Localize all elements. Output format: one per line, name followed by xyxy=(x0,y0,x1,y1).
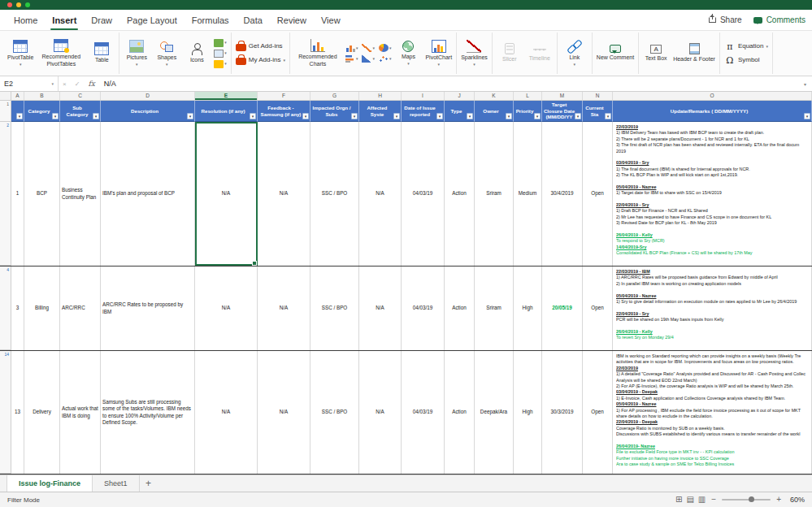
column-letter-G[interactable]: G xyxy=(310,92,359,100)
normal-view-icon[interactable]: ⊞ xyxy=(675,496,682,504)
screenshot-button[interactable]: ▾ xyxy=(214,50,227,58)
column-letter-F[interactable]: F xyxy=(258,92,310,100)
models-button[interactable]: ▾ xyxy=(214,60,227,68)
row-number[interactable]: 4 xyxy=(0,266,11,350)
new-comment-button[interactable]: New Comment xyxy=(597,45,634,61)
cell-affected[interactable]: N/A xyxy=(359,122,402,266)
cell-status[interactable]: Open xyxy=(583,266,613,350)
pictures-button[interactable]: Pictures▾ xyxy=(124,40,150,67)
column-letter-H[interactable]: H xyxy=(359,92,402,100)
cell-priority[interactable]: High xyxy=(514,351,542,474)
cell-category[interactable]: Billing xyxy=(24,266,60,350)
filter-icon[interactable]: ▾ xyxy=(393,113,400,119)
filter-icon[interactable]: ▾ xyxy=(250,113,256,119)
cell-feedback[interactable]: N/A xyxy=(258,266,310,350)
link-button[interactable]: Link▾ xyxy=(562,40,588,67)
tab-formulas[interactable]: Formulas xyxy=(185,10,237,30)
cell-target_date[interactable]: 30/3/2019 xyxy=(542,351,583,474)
cell-feedback[interactable]: N/A xyxy=(258,351,310,474)
cell-remarks[interactable]: 22/03/20191) IBM Delivery Team has liase… xyxy=(613,122,812,266)
column-letter-L[interactable]: L xyxy=(514,92,542,100)
zoom-slider[interactable] xyxy=(722,499,771,500)
column-letter-O[interactable]: O xyxy=(613,92,812,100)
page-layout-view-icon[interactable]: ▤ xyxy=(686,496,693,504)
cell-status[interactable]: Open xyxy=(583,351,613,474)
recommended-pivottables-button[interactable]: Recommended PivotTables xyxy=(37,39,85,67)
cell-priority[interactable]: Medium xyxy=(514,122,542,266)
filter-icon[interactable]: ▾ xyxy=(16,113,23,119)
cell-resolution[interactable]: N/A xyxy=(195,122,258,266)
zoom-out-button[interactable]: − xyxy=(711,496,716,504)
cell-date_reported[interactable]: 04/03/19 xyxy=(402,351,445,474)
shapes-button[interactable]: Shapes▾ xyxy=(154,40,180,67)
column-letter-N[interactable]: N xyxy=(583,92,613,100)
column-chart-button[interactable]: ▾ xyxy=(345,44,358,52)
column-letter-I[interactable]: I xyxy=(402,92,445,100)
tab-draw[interactable]: Draw xyxy=(84,10,119,30)
bar-chart-button[interactable]: ▾ xyxy=(345,54,358,63)
text-box-button[interactable]: AText Box xyxy=(643,45,669,62)
column-letter-K[interactable]: K xyxy=(475,92,514,100)
cell-sub_category[interactable]: Business Continuity Plan xyxy=(60,122,101,266)
my-add-ins-button[interactable]: My Add-ins▾ xyxy=(236,55,285,65)
cell-type[interactable]: Action xyxy=(445,266,475,350)
column-letter-D[interactable]: D xyxy=(101,92,195,100)
sparklines-button[interactable]: Sparklines▾ xyxy=(461,40,488,67)
cell-remarks[interactable]: IBM is working on Standard reporting whi… xyxy=(613,351,812,474)
cell-owner[interactable]: Sriram xyxy=(475,122,514,266)
row-number[interactable]: 14 xyxy=(0,351,11,474)
sheet-tab-issue-log-finance[interactable]: Issue log-Finance xyxy=(7,475,93,492)
filter-icon[interactable]: ▾ xyxy=(351,113,358,119)
pivotchart-button[interactable]: PivotChart▾ xyxy=(425,40,452,67)
tab-view[interactable]: View xyxy=(314,10,348,30)
name-box[interactable]: E2 ▾ xyxy=(0,76,59,91)
smartart-button[interactable]: ▾ xyxy=(214,39,227,47)
filter-icon[interactable]: ▾ xyxy=(302,113,309,119)
cell-affected[interactable]: N/A xyxy=(359,266,402,350)
row-number-header[interactable]: 1 xyxy=(0,101,11,122)
zoom-window-button[interactable] xyxy=(25,2,30,7)
comments-button[interactable]: Comments xyxy=(753,15,805,24)
zoom-in-button[interactable]: + xyxy=(776,496,781,504)
cell-feedback[interactable]: N/A xyxy=(258,122,310,266)
cell-type[interactable]: Action xyxy=(445,122,475,266)
filter-icon[interactable]: ▾ xyxy=(605,113,611,119)
formula-input[interactable]: N/A xyxy=(99,80,798,88)
filter-icon[interactable]: ▾ xyxy=(575,113,581,119)
cell-owner[interactable]: Sriram xyxy=(475,266,514,350)
cell-target_date[interactable]: 20/05/19 xyxy=(542,266,583,350)
column-letter-A[interactable]: A xyxy=(11,92,24,100)
select-all-corner[interactable] xyxy=(0,92,11,100)
tab-home[interactable]: Home xyxy=(7,10,45,30)
filter-icon[interactable]: ▾ xyxy=(534,113,541,119)
cell-status[interactable]: Open xyxy=(583,122,613,266)
column-letter-M[interactable]: M xyxy=(542,92,583,100)
filter-icon[interactable]: ▾ xyxy=(187,113,193,119)
zoom-slider-thumb[interactable] xyxy=(749,496,754,502)
recommended-charts-button[interactable]: Recommended Charts xyxy=(294,39,341,67)
cell-resolution[interactable]: N/A xyxy=(195,266,258,350)
filter-icon[interactable]: ▾ xyxy=(804,113,810,119)
cell-date_reported[interactable]: 04/03/19 xyxy=(402,266,445,350)
cell-target_date[interactable]: 30/4/2019 xyxy=(542,122,583,266)
maps-button[interactable]: Maps▾ xyxy=(395,41,421,66)
equation-button[interactable]: πEquation▾ xyxy=(724,41,768,51)
zoom-level[interactable]: 60% xyxy=(787,496,805,504)
cell-impacted[interactable]: SSC / BPO xyxy=(310,122,359,266)
share-button[interactable]: Share xyxy=(709,15,742,24)
cell-num[interactable]: 1 xyxy=(11,122,24,266)
close-window-button[interactable] xyxy=(7,2,12,7)
cell-sub_category[interactable]: ARC/RRC xyxy=(60,266,101,350)
cell-impacted[interactable]: SSC / BPO xyxy=(310,351,359,474)
cell-sub_category[interactable]: Actual work that IBM is doing xyxy=(60,351,101,474)
symbol-button[interactable]: ΩSymbol xyxy=(724,55,760,65)
minimize-window-button[interactable] xyxy=(16,2,21,7)
add-sheet-button[interactable]: + xyxy=(140,475,158,492)
cell-date_reported[interactable]: 04/03/19 xyxy=(402,122,445,266)
column-letter-E[interactable]: E xyxy=(195,92,258,100)
icons-button[interactable]: Icons xyxy=(184,42,210,63)
filter-icon[interactable]: ▾ xyxy=(467,113,473,119)
formula-bar-collapse-icon[interactable]: ▾ xyxy=(798,81,812,87)
cell-priority[interactable]: High xyxy=(514,266,542,350)
cell-impacted[interactable]: SSC / BPO xyxy=(310,266,359,350)
